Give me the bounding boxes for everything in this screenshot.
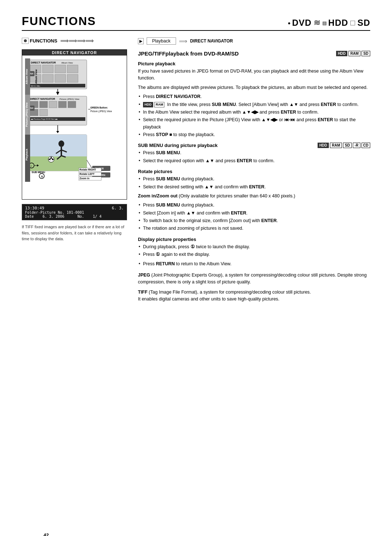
right-nav-row: ▶ Playback ⟹ DIRECT NAVIGATOR	[138, 37, 370, 45]
direct-navigator-label: DIRECT NAVIGATOR	[190, 38, 233, 44]
zoom-bullet-3: To switch back to the original size, con…	[138, 217, 370, 224]
folder-label: Folder-Picture No. 101-0001	[25, 210, 84, 214]
diagram-svg: DIRECT NAVIGATOR Album View SD 0.	[25, 58, 122, 196]
submenu-badges: HDD RAM SD -R CD	[318, 143, 370, 148]
display-props-bullets2: Press RETURN to return to the Album View…	[138, 261, 370, 267]
sd-text: SD	[358, 18, 370, 28]
submenu-section: SUB MENU during picture playback HDD RAM…	[138, 143, 370, 164]
playback-label: Playback	[152, 38, 171, 44]
svg-rect-4	[42, 65, 53, 73]
svg-text:DIRECT NAVIGATOR: DIRECT NAVIGATOR	[30, 98, 55, 100]
zoom-bullets: Press SUB MENU during playback. Select […	[138, 202, 370, 232]
svg-text:i: i	[31, 164, 32, 168]
svg-text:Picture (JPEG) View: Picture (JPEG) View	[90, 110, 112, 113]
svg-text:■■ Previous   Page 00:00   Nex: ■■ Previous Page 00:00 Next ■■	[31, 118, 57, 120]
svg-text:Picture (JPEG) View: Picture (JPEG) View	[25, 102, 28, 127]
left-nav-row: ⊛ FUNCTIONS ⟹⟹⟹⟹	[22, 37, 127, 44]
pp-para2: The albums are displayed with preview pi…	[138, 84, 370, 91]
dp-bullet-2: Press ① again to exit the display.	[138, 251, 370, 258]
svg-rect-38	[29, 135, 87, 156]
playback-box: Playback	[147, 37, 176, 45]
zoom-section: Zoom in/Zoom out (Only available for pic…	[138, 193, 370, 232]
badge-hdd: HDD	[336, 51, 348, 56]
svg-text:Picture (JPEG) View: Picture (JPEG) View	[60, 98, 79, 100]
svg-text:S: S	[41, 175, 43, 178]
svg-text:Rotate LEFT: Rotate LEFT	[79, 173, 95, 175]
svg-text:Playback: Playback	[25, 148, 28, 160]
info-bar-date-row: Date 6. 3. 2006 No. 1/ 4	[25, 214, 124, 218]
svg-text:SUB MENU: SUB MENU	[32, 171, 45, 173]
zoom-bullet-2: Select [Zoom in] with ▲▼ and confirm wit…	[138, 210, 370, 217]
submenu-heading: SUB MENU during picture playback HDD RAM…	[138, 143, 370, 148]
rotate-bullet-2: Select the desired setting with ▲▼ and c…	[138, 184, 370, 191]
svg-text:DIRECT NAVIGATOR: DIRECT NAVIGATOR	[31, 61, 56, 64]
pp-bullet-2: HDD RAM In the title view, press SUB MEN…	[138, 101, 370, 108]
folder-pic: 6. 3.	[112, 206, 124, 210]
sub-badge-ram: RAM	[330, 143, 342, 148]
badge-sd: SD	[362, 51, 370, 56]
left-nav-arrow: ⟹⟹⟹⟹	[60, 37, 94, 44]
zoom-heading-para: Zoom in/Zoom out (Only available for pic…	[138, 193, 370, 200]
rotate-bullet-1: Press SUB MENU during playback.	[138, 176, 370, 183]
svg-point-40	[58, 140, 64, 147]
sub-badge-hdd: HDD	[318, 143, 329, 148]
tiff-note: TIFF (Tag Image File Format), a system f…	[138, 289, 370, 303]
separator2: □	[350, 18, 355, 28]
zoom-bullet-4: The rotation and zooming of pictures is …	[138, 225, 370, 232]
dp-bullet-1: During playback, press ① twice to launch…	[138, 244, 370, 250]
sm-bullet-2: Select the required option with ▲▼ and p…	[138, 157, 370, 164]
rotate-heading: Rotate pictures	[138, 169, 370, 174]
pp-bullet-1: Press DIRECT NAVIGATOR.	[138, 93, 370, 100]
dvd-label: ● DVD	[288, 18, 312, 28]
direct-navigator-box: DIRECT NAVIGATOR DIRECT NAVIGATOR Album …	[22, 49, 127, 200]
svg-rect-22	[49, 101, 57, 108]
svg-rect-6	[67, 65, 78, 73]
svg-rect-24	[68, 101, 76, 108]
page-header: FUNCTIONS ● DVD ≋ ▤ HDD □ SD	[22, 15, 370, 31]
submenu-heading-text: SUB MENU during picture playback	[138, 143, 218, 148]
svg-marker-36	[56, 131, 59, 133]
svg-rect-5	[55, 65, 66, 73]
svg-rect-10	[67, 74, 78, 82]
svg-text:Rotate RIGHT: Rotate RIGHT	[79, 168, 96, 171]
rotate-bullets: Press SUB MENU during playback. Select t…	[138, 176, 370, 191]
sub-badge-r: -R	[353, 143, 360, 148]
dn-title-bar: DIRECT NAVIGATOR	[22, 50, 127, 56]
pp-bullet-3: In the Album View select the required al…	[138, 109, 370, 116]
hdd-text: HDD	[328, 18, 348, 28]
svg-text:GREEN Button:: GREEN Button:	[90, 106, 108, 109]
hdd-symbol: ▤	[322, 20, 327, 26]
right-column: ▶ Playback ⟹ DIRECT NAVIGATOR JPEG/TIFFp…	[138, 37, 370, 305]
display-props-heading: Display picture properties	[138, 237, 370, 242]
pp-para1: If you have saved pictures in JPEG forma…	[138, 68, 370, 82]
picture-playback-section: Picture playback If you have saved pictu…	[138, 61, 370, 138]
hdd-label: ▤ HDD	[322, 18, 348, 28]
display-props-section: Display picture properties During playba…	[138, 237, 370, 267]
dvd-text: DVD	[292, 18, 312, 28]
functions-text: FUNCTIONS	[30, 38, 57, 44]
media-icons: ● DVD ≋ ▤ HDD □ SD	[288, 18, 370, 28]
page-number: 42	[44, 532, 49, 536]
svg-text:SD 0.1 Min.: SD 0.1 Min.	[31, 85, 40, 87]
dvd-disc-symbol: ●	[288, 20, 291, 26]
zoom-bullet-1: Press SUB MENU during playback.	[138, 202, 370, 209]
svg-rect-23	[58, 101, 66, 108]
pp-bullets: Press DIRECT NAVIGATOR. HDD RAM In the t…	[138, 93, 370, 138]
ram-inline-badge: RAM	[154, 102, 165, 107]
section-badges: HDD RAM SD	[336, 51, 370, 56]
sub-badge-cd: CD	[362, 143, 370, 148]
hdd-inline-badge: HDD	[143, 102, 153, 107]
playback-media-icon: ▶	[138, 38, 144, 44]
svg-rect-9	[55, 74, 66, 82]
info-bar: 13:30:49 6. 3. Folder-Picture No. 101-00…	[22, 204, 127, 220]
svg-text:Album View: Album View	[61, 62, 73, 64]
left-note: If TIFF fixed images are played back or …	[22, 224, 127, 242]
functions-disc-icon: ⊛	[22, 38, 29, 44]
svg-rect-8	[42, 74, 53, 82]
info-bar-bottom: Folder-Picture No. 101-0001	[25, 210, 124, 214]
section-heading: JPEG/TIFFplayback from DVD-RAM/SD HDD RA…	[138, 50, 370, 57]
svg-text:Zoom in: Zoom in	[79, 177, 89, 180]
sm-bullet-1: Press SUB MENU.	[138, 150, 370, 156]
left-column: ⊛ FUNCTIONS ⟹⟹⟹⟹ DIRECT NAVIGATOR DIRECT…	[22, 37, 127, 305]
svg-rect-21	[40, 101, 48, 108]
